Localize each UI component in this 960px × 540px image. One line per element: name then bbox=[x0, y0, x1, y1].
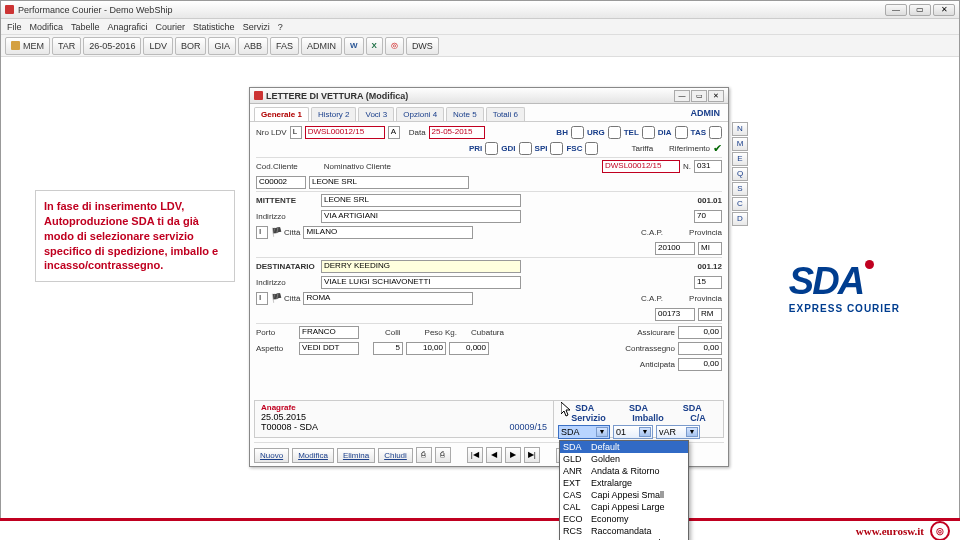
opt-gld[interactable]: GLDGolden bbox=[560, 453, 688, 465]
side-q[interactable]: Q bbox=[732, 167, 748, 181]
btn-modifica[interactable]: Modifica bbox=[292, 448, 334, 463]
menu-courier[interactable]: Courier bbox=[156, 22, 186, 32]
mittente-field[interactable]: LEONE SRL bbox=[321, 194, 521, 207]
ldv-number[interactable]: DWSL00012/15 bbox=[305, 126, 385, 139]
opt-eco[interactable]: ECOEconomy bbox=[560, 513, 688, 525]
menu-servizi[interactable]: Servizi bbox=[243, 22, 270, 32]
btn-print2[interactable]: ⎙ bbox=[435, 447, 451, 463]
menu-statistiche[interactable]: Statistiche bbox=[193, 22, 235, 32]
side-c[interactable]: C bbox=[732, 197, 748, 211]
side-n[interactable]: N bbox=[732, 122, 748, 136]
ind2-field[interactable]: VIALE LUIGI SCHIAVONETTI bbox=[321, 276, 521, 289]
tool-admin[interactable]: ADMIN bbox=[301, 37, 342, 55]
side-d[interactable]: D bbox=[732, 212, 748, 226]
nomcli-field[interactable]: LEONE SRL bbox=[309, 176, 469, 189]
btn-chiudi[interactable]: Chiudi bbox=[378, 448, 413, 463]
tool-word[interactable]: W bbox=[344, 37, 364, 55]
opt-ext[interactable]: EXTExtralarge bbox=[560, 477, 688, 489]
btn-print1[interactable]: ⎙ bbox=[416, 447, 432, 463]
btn-elimina[interactable]: Elimina bbox=[337, 448, 375, 463]
btn-nuovo[interactable]: Nuovo bbox=[254, 448, 289, 463]
tab-note[interactable]: Note 5 bbox=[446, 107, 484, 121]
chk-urg[interactable] bbox=[608, 126, 621, 139]
tool-date[interactable]: 26-05-2016 bbox=[83, 37, 141, 55]
flag-i1[interactable]: I bbox=[256, 226, 268, 239]
ind2-n[interactable]: 15 bbox=[694, 276, 722, 289]
cap2-field[interactable]: 00173 bbox=[655, 308, 695, 321]
chk-bh[interactable] bbox=[571, 126, 584, 139]
inner-max[interactable]: ▭ bbox=[691, 90, 707, 102]
tool-excel[interactable]: X bbox=[366, 37, 383, 55]
citta1-field[interactable]: MILANO bbox=[303, 226, 473, 239]
prov1-field[interactable]: MI bbox=[698, 242, 722, 255]
colli-field[interactable]: 5 bbox=[373, 342, 403, 355]
tool-bor[interactable]: BOR bbox=[175, 37, 207, 55]
chk-tel[interactable] bbox=[642, 126, 655, 139]
combo-servizio[interactable]: SDA▼ SDADefault GLDGolden ANRAndata & Ri… bbox=[558, 425, 610, 439]
opt-sda[interactable]: SDADefault bbox=[560, 441, 688, 453]
side-e[interactable]: E bbox=[732, 152, 748, 166]
opt-cas[interactable]: CASCapi Appesi Small bbox=[560, 489, 688, 501]
chk-spi[interactable] bbox=[550, 142, 563, 155]
combo-imballo[interactable]: 01▼ bbox=[613, 425, 653, 439]
n-field[interactable]: 031 bbox=[694, 160, 722, 173]
porto-field[interactable]: FRANCO bbox=[299, 326, 359, 339]
chk-tas[interactable] bbox=[709, 126, 722, 139]
tab-voci[interactable]: Voci 3 bbox=[358, 107, 394, 121]
data-field[interactable]: 25-05-2015 bbox=[429, 126, 485, 139]
citta2-field[interactable]: ROMA bbox=[303, 292, 473, 305]
antic-field[interactable]: 0,00 bbox=[678, 358, 722, 371]
tab-totali[interactable]: Totali 6 bbox=[486, 107, 525, 121]
side-s[interactable]: S bbox=[732, 182, 748, 196]
menu-tabelle[interactable]: Tabelle bbox=[71, 22, 100, 32]
minimize-button[interactable]: — bbox=[885, 4, 907, 16]
opt-rcs[interactable]: RCSRaccomandata bbox=[560, 525, 688, 537]
tab-generale[interactable]: Generale 1 bbox=[254, 107, 309, 121]
tool-tar[interactable]: TAR bbox=[52, 37, 81, 55]
tab-opzioni[interactable]: Opzioni 4 bbox=[396, 107, 444, 121]
aspetto-field[interactable]: VEDI DDT bbox=[299, 342, 359, 355]
tool-abb[interactable]: ABB bbox=[238, 37, 268, 55]
close-button[interactable]: ✕ bbox=[933, 4, 955, 16]
combo-ca[interactable]: vAR▼ bbox=[656, 425, 700, 439]
menu-file[interactable]: File bbox=[7, 22, 22, 32]
chk-pri[interactable] bbox=[485, 142, 498, 155]
codcli-field[interactable]: C00002 bbox=[256, 176, 306, 189]
tool-fas[interactable]: FAS bbox=[270, 37, 299, 55]
inner-close[interactable]: ✕ bbox=[708, 90, 724, 102]
menu-anagrafici[interactable]: Anagrafici bbox=[108, 22, 148, 32]
prov2-field[interactable]: RM bbox=[698, 308, 722, 321]
peso-field[interactable]: 10,00 bbox=[406, 342, 446, 355]
rif-code[interactable]: DWSL00012/15 bbox=[602, 160, 680, 173]
tab-history[interactable]: History 2 bbox=[311, 107, 357, 121]
nav-last[interactable]: ▶| bbox=[524, 447, 540, 463]
chk-dia[interactable] bbox=[675, 126, 688, 139]
nav-prev[interactable]: ◀ bbox=[486, 447, 502, 463]
side-m[interactable]: M bbox=[732, 137, 748, 151]
ldv-suffix[interactable]: A bbox=[388, 126, 400, 139]
flag-i2[interactable]: I bbox=[256, 292, 268, 305]
tool-mem[interactable]: MEM bbox=[5, 37, 50, 55]
ind1-n[interactable]: 70 bbox=[694, 210, 722, 223]
chk-gdi[interactable] bbox=[519, 142, 532, 155]
assic-field[interactable]: 0,00 bbox=[678, 326, 722, 339]
menu-help[interactable]: ? bbox=[278, 22, 283, 32]
menu-modifica[interactable]: Modifica bbox=[30, 22, 64, 32]
tool-eurosw[interactable]: ◎ bbox=[385, 37, 404, 55]
ind1-field[interactable]: VIA ARTIGIANI bbox=[321, 210, 521, 223]
contr-field[interactable]: 0,00 bbox=[678, 342, 722, 355]
inner-min[interactable]: — bbox=[674, 90, 690, 102]
tool-ldv[interactable]: LDV bbox=[143, 37, 173, 55]
tool-gia[interactable]: GIA bbox=[208, 37, 236, 55]
tool-dws[interactable]: DWS bbox=[406, 37, 439, 55]
chk-fsc[interactable] bbox=[585, 142, 598, 155]
ldv-prefix[interactable]: L bbox=[290, 126, 302, 139]
cap1-field[interactable]: 20100 bbox=[655, 242, 695, 255]
opt-cal[interactable]: CALCapi Appesi Large bbox=[560, 501, 688, 513]
nav-next[interactable]: ▶ bbox=[505, 447, 521, 463]
nav-first[interactable]: |◀ bbox=[467, 447, 483, 463]
opt-anr[interactable]: ANRAndata & Ritorno bbox=[560, 465, 688, 477]
cub-field[interactable]: 0,000 bbox=[449, 342, 489, 355]
dest-field[interactable]: DERRY KEEDING bbox=[321, 260, 521, 273]
maximize-button[interactable]: ▭ bbox=[909, 4, 931, 16]
